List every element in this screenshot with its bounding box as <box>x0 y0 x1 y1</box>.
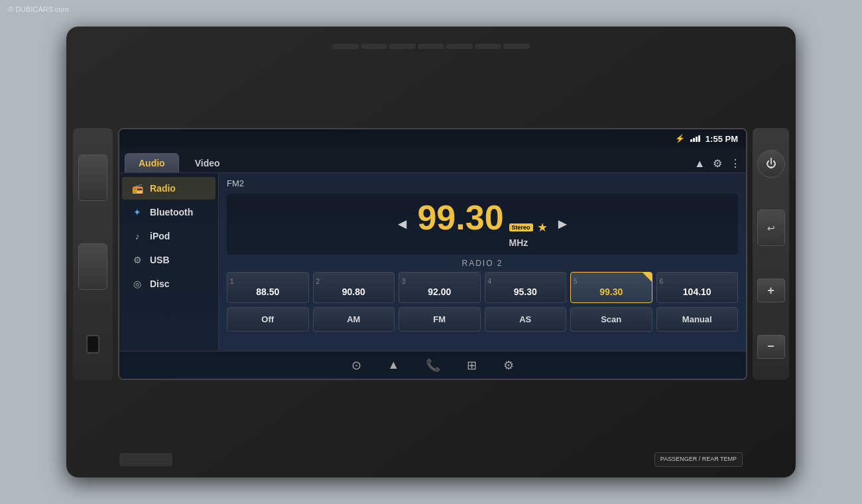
signal-bar-1 <box>690 139 692 142</box>
sidebar-label-bluetooth: Bluetooth <box>150 207 193 218</box>
screen-container: ⚡ 1:55 PM Audio Video ▲ ⚙ <box>118 128 747 380</box>
preset-num-3: 3 <box>402 278 477 285</box>
equalizer-icon[interactable]: ⚙ <box>713 157 722 170</box>
manual-button[interactable]: Manual <box>656 307 739 332</box>
sidebar-item-usb[interactable]: ⚙ USB <box>122 249 216 271</box>
presets-row: 1 88.50 2 90.80 3 92.00 <box>227 272 738 303</box>
vent-slot <box>446 44 473 49</box>
preset-num-2: 2 <box>316 278 392 285</box>
favorite-icon[interactable]: ★ <box>537 220 548 235</box>
station-name: RADIO 2 <box>227 259 738 268</box>
power-button[interactable]: ⏻ <box>757 150 785 178</box>
hdmi-port <box>86 335 99 353</box>
vent-slot <box>418 44 444 49</box>
frequency-number: 99.30 <box>417 200 503 235</box>
nav-phone-icon[interactable]: 📞 <box>426 358 440 373</box>
left-btn-middle[interactable] <box>78 243 107 290</box>
signal-bar-3 <box>696 137 698 142</box>
sidebar-label-usb: USB <box>150 255 170 265</box>
vent-slot <box>475 44 501 49</box>
preset-5[interactable]: 5 99.30 <box>570 272 652 303</box>
preset-4[interactable]: 4 95.30 <box>485 272 567 303</box>
vent-slot <box>361 44 387 49</box>
source-label: FM2 <box>227 178 738 188</box>
freq-prev-button[interactable]: ◄ <box>395 216 410 233</box>
preset-freq-1: 88.50 <box>230 286 306 297</box>
vent-slot <box>389 44 416 49</box>
preset-freq-2: 90.80 <box>316 286 392 297</box>
bottom-nav: ⊙ ▲ 📞 ⊞ ⚙ <box>119 351 746 379</box>
bottom-row: PASSENGER / REAR TEMP <box>73 448 789 471</box>
status-time: 1:55 PM <box>706 134 738 144</box>
scan-button[interactable]: Scan <box>570 307 652 332</box>
as-button[interactable]: AS <box>485 307 567 332</box>
main-content: FM2 ◄ 99.30 Stereo ★ <box>219 173 746 351</box>
freq-badges: Stereo ★ <box>509 220 548 235</box>
preset-freq-4: 95.30 <box>488 286 564 297</box>
fm-button[interactable]: FM <box>399 307 481 332</box>
preset-3[interactable]: 3 92.00 <box>399 272 481 303</box>
sidebar-item-ipod[interactable]: ♪ iPod <box>122 225 216 247</box>
nav-map-icon[interactable]: ▲ <box>388 358 400 372</box>
stereo-badge: Stereo <box>509 223 533 231</box>
sidebar-item-radio[interactable]: 📻 Radio <box>122 177 216 200</box>
radio-icon: 📻 <box>131 183 143 194</box>
preset-freq-5: 99.30 <box>574 286 649 297</box>
signal-bar-2 <box>693 138 695 142</box>
preset-freq-6: 104.10 <box>660 286 735 297</box>
signal-bars <box>690 135 700 142</box>
frequency-display: ◄ 99.30 Stereo ★ MHz <box>227 194 738 255</box>
car-unit: ⚡ 1:55 PM Audio Video ▲ ⚙ <box>66 27 796 477</box>
preset-freq-3: 92.00 <box>402 286 477 297</box>
eject-icon[interactable]: ▲ <box>694 158 705 170</box>
nav-settings-icon[interactable]: ⚙ <box>503 358 514 373</box>
bluetooth-icon: ⚡ <box>675 134 685 143</box>
bottom-control-left <box>119 453 172 466</box>
frequency-unit: MHz <box>509 237 548 248</box>
status-bar: ⚡ 1:55 PM <box>119 129 746 148</box>
off-button[interactable]: Off <box>227 307 309 332</box>
sidebar-item-disc[interactable]: ◎ Disc <box>122 273 216 295</box>
controls-row: Off AM FM AS Scan Manual <box>227 307 738 332</box>
main-row: ⚡ 1:55 PM Audio Video ▲ ⚙ <box>73 62 789 446</box>
preset-2[interactable]: 2 90.80 <box>313 272 395 303</box>
volume-down-button[interactable]: − <box>757 335 785 359</box>
sidebar: 📻 Radio ✦ Bluetooth ♪ iPod ⚙ <box>119 173 219 351</box>
freq-value-group: 99.30 Stereo ★ MHz <box>417 200 547 248</box>
tab-audio[interactable]: Audio <box>125 153 179 172</box>
tab-icons: ▲ ⚙ ⋮ <box>694 157 741 172</box>
preset-6[interactable]: 6 104.10 <box>656 272 739 303</box>
preset-num-1: 1 <box>230 278 306 285</box>
left-btn-top[interactable] <box>78 155 107 201</box>
nav-home-icon[interactable]: ⊙ <box>351 358 361 373</box>
top-vent <box>73 33 789 60</box>
content-area: 📻 Radio ✦ Bluetooth ♪ iPod ⚙ <box>119 173 746 351</box>
freq-next-button[interactable]: ► <box>556 216 570 233</box>
right-panel: ⏻ ↩ + − <box>753 128 789 380</box>
screen: ⚡ 1:55 PM Audio Video ▲ ⚙ <box>119 129 746 379</box>
disc-icon: ◎ <box>131 279 143 289</box>
sidebar-label-disc: Disc <box>150 279 170 289</box>
freq-info: Stereo ★ MHz <box>509 220 548 248</box>
ipod-icon: ♪ <box>131 231 143 241</box>
passenger-label: PASSENGER / REAR TEMP <box>654 452 743 467</box>
sidebar-label-ipod: iPod <box>150 231 170 241</box>
preset-num-6: 6 <box>660 278 735 285</box>
bluetooth-nav-icon: ✦ <box>131 207 143 218</box>
menu-icon[interactable]: ⋮ <box>730 157 741 170</box>
signal-bar-4 <box>698 135 700 142</box>
sidebar-item-bluetooth[interactable]: ✦ Bluetooth <box>122 201 216 223</box>
am-button[interactable]: AM <box>313 307 395 332</box>
back-button[interactable]: ↩ <box>757 210 785 246</box>
preset-num-5: 5 <box>574 278 649 285</box>
volume-up-button[interactable]: + <box>757 279 785 302</box>
preset-num-4: 4 <box>488 278 564 285</box>
watermark: © DUBICARS.com <box>8 5 69 13</box>
usb-icon: ⚙ <box>131 255 143 265</box>
vent-slots <box>332 44 530 49</box>
tab-video[interactable]: Video <box>182 154 233 172</box>
vent-slot <box>503 44 530 49</box>
left-panel <box>73 128 113 380</box>
nav-apps-icon[interactable]: ⊞ <box>467 358 477 373</box>
preset-1[interactable]: 1 88.50 <box>227 272 309 303</box>
